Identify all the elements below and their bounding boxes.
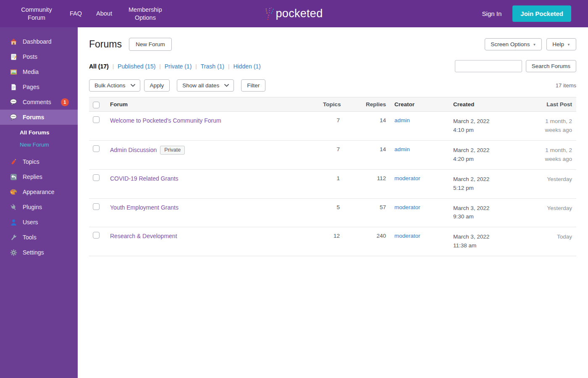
row-checkbox[interactable] bbox=[93, 232, 100, 239]
sidebar-item-tools[interactable]: Tools bbox=[0, 230, 78, 245]
sidebar-item-label: Topics bbox=[23, 158, 39, 165]
search-forums-button[interactable]: Search Forums bbox=[526, 60, 576, 72]
nav-about[interactable]: About bbox=[90, 8, 118, 19]
sidebar-item-label: Tools bbox=[23, 234, 37, 241]
table-body: Welcome to Pocketed's Community Forum 7 … bbox=[89, 112, 576, 256]
nav-membership-options[interactable]: Membership Options bbox=[121, 4, 170, 24]
sign-in-link[interactable]: Sign In bbox=[482, 10, 502, 17]
top-bar-right: Sign In Join Pocketed bbox=[482, 5, 571, 22]
last-post: Yesterday bbox=[539, 199, 576, 218]
last-post: 1 month, 2 weeks ago bbox=[539, 141, 576, 169]
created-date: March 3, 2022 bbox=[453, 204, 535, 213]
filter-button[interactable]: Filter bbox=[241, 79, 265, 92]
dates-filter-label: Show all dates bbox=[182, 82, 219, 89]
forum-link[interactable]: Research & Development bbox=[110, 233, 177, 239]
forum-link[interactable]: Youth Employment Grants bbox=[110, 204, 178, 211]
sidebar-item-replies[interactable]: Replies bbox=[0, 169, 78, 184]
filter-hidden[interactable]: Hidden (1) bbox=[233, 63, 260, 70]
filter-private[interactable]: Private (1) bbox=[165, 63, 192, 70]
forum-link[interactable]: Welcome to Pocketed's Community Forum bbox=[110, 117, 221, 124]
site-logo[interactable]: pocketed bbox=[265, 6, 323, 21]
row-checkbox[interactable] bbox=[93, 174, 100, 181]
creator-link[interactable]: moderator bbox=[394, 233, 420, 239]
sidebar-item-users[interactable]: Users bbox=[0, 215, 78, 230]
table-row: Admin DiscussionPrivate 7 14 admin March… bbox=[89, 141, 576, 170]
plug-icon bbox=[10, 203, 17, 211]
sidebar-item-topics[interactable]: Topics bbox=[0, 154, 78, 169]
private-badge: Private bbox=[160, 146, 185, 155]
created-time: 9:30 am bbox=[453, 213, 535, 221]
sidebar-item-label: Settings bbox=[23, 249, 44, 256]
created-cell: March 3, 2022 9:30 am bbox=[449, 199, 539, 227]
sidebar-item-settings[interactable]: Settings bbox=[0, 245, 78, 260]
sidebar-item-label: Pages bbox=[23, 84, 39, 90]
join-pocketed-button[interactable]: Join Pocketed bbox=[512, 5, 571, 22]
palette-icon bbox=[10, 188, 17, 196]
nav-community-forum[interactable]: Community Forum bbox=[12, 4, 61, 24]
separator: | bbox=[159, 63, 160, 69]
sidebar-item-forums[interactable]: Forums bbox=[0, 110, 78, 125]
nav-faq[interactable]: FAQ bbox=[64, 8, 88, 19]
last-post: Yesterday bbox=[539, 170, 576, 189]
screen-options-button[interactable]: Screen Options▼ bbox=[485, 38, 542, 50]
creator-link[interactable]: admin bbox=[394, 117, 410, 123]
search-input[interactable] bbox=[455, 60, 522, 72]
last-post: Today bbox=[539, 227, 576, 247]
sidebar-item-label: Posts bbox=[23, 53, 37, 60]
submenu-new-forum[interactable]: New Forum bbox=[0, 139, 78, 151]
memo-icon bbox=[10, 53, 17, 60]
topics-count: 5 bbox=[319, 199, 344, 216]
comments-count-badge: 1 bbox=[61, 98, 69, 106]
sidebar-item-appearance[interactable]: Appearance bbox=[0, 184, 78, 200]
sidebar-item-label: Appearance bbox=[23, 189, 55, 195]
row-checkbox[interactable] bbox=[93, 116, 100, 123]
sidebar-item-pages[interactable]: Pages bbox=[0, 79, 78, 94]
sidebar-item-dashboard[interactable]: Dashboard bbox=[0, 34, 78, 49]
sidebar-item-posts[interactable]: Posts bbox=[0, 49, 78, 64]
items-count: 17 items bbox=[556, 82, 576, 89]
help-button[interactable]: Help▼ bbox=[546, 38, 576, 50]
submenu-all-forums[interactable]: All Forums bbox=[0, 126, 78, 139]
created-date: March 2, 2022 bbox=[453, 175, 535, 184]
forum-link[interactable]: Admin Discussion bbox=[110, 147, 157, 153]
dates-filter-select[interactable]: Show all dates bbox=[177, 79, 234, 92]
column-header-topics: Topics bbox=[319, 97, 344, 111]
filter-trash[interactable]: Trash (1) bbox=[201, 63, 224, 70]
apply-button[interactable]: Apply bbox=[144, 79, 170, 92]
picture-icon bbox=[10, 68, 17, 76]
row-checkbox[interactable] bbox=[93, 145, 100, 152]
column-header-replies: Replies bbox=[344, 97, 390, 111]
creator-link[interactable]: admin bbox=[394, 146, 410, 152]
topics-count: 1 bbox=[319, 170, 344, 187]
filter-published[interactable]: Published (15) bbox=[118, 63, 155, 70]
chevron-down-icon bbox=[131, 84, 135, 87]
new-forum-button[interactable]: New Forum bbox=[129, 38, 172, 51]
sidebar-item-media[interactable]: Media bbox=[0, 64, 78, 79]
firecracker-icon bbox=[10, 158, 17, 165]
row-checkbox[interactable] bbox=[93, 203, 100, 210]
sidebar-item-plugins[interactable]: Plugins bbox=[0, 200, 78, 215]
filter-all[interactable]: All (17) bbox=[89, 63, 109, 70]
created-date: March 2, 2022 bbox=[453, 117, 535, 126]
home-icon bbox=[10, 38, 17, 45]
creator-link[interactable]: moderator bbox=[394, 175, 420, 181]
sidebar-item-comments[interactable]: Comments 1 bbox=[0, 94, 78, 110]
sparkle-logo-icon bbox=[265, 6, 276, 21]
topics-count: 7 bbox=[319, 112, 344, 129]
top-bar: Community Forum FAQ About Membership Opt… bbox=[0, 0, 588, 27]
speech-bubble-icon bbox=[10, 113, 17, 121]
creator-link[interactable]: moderator bbox=[394, 204, 420, 210]
screen-options-label: Screen Options bbox=[491, 41, 530, 47]
wrench-icon bbox=[10, 234, 17, 241]
user-icon bbox=[10, 218, 17, 226]
replies-count: 112 bbox=[344, 170, 390, 187]
created-date: March 3, 2022 bbox=[453, 233, 535, 242]
forum-link[interactable]: COVID-19 Related Grants bbox=[110, 175, 178, 182]
select-all-checkbox[interactable] bbox=[93, 102, 100, 108]
bulk-actions-select[interactable]: Bulk Actions bbox=[89, 79, 140, 92]
top-navigation: Community Forum FAQ About Membership Opt… bbox=[12, 4, 170, 24]
admin-sidebar: Dashboard Posts Media bbox=[0, 27, 78, 378]
table-row: Welcome to Pocketed's Community Forum 7 … bbox=[89, 112, 576, 141]
topics-count: 7 bbox=[319, 141, 344, 158]
table-row: Research & Development 12 240 moderator … bbox=[89, 227, 576, 256]
